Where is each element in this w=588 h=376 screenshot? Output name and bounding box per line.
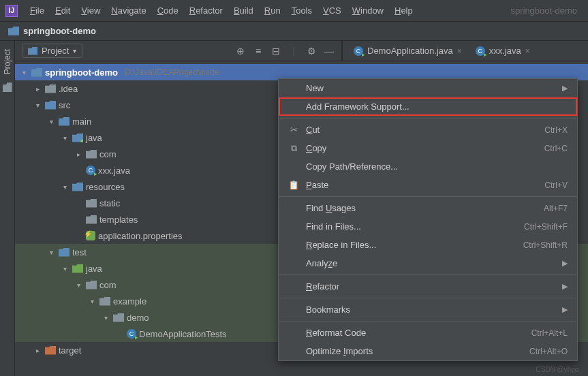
select-opened-file-icon[interactable]: ⊕ xyxy=(235,46,246,57)
chevron-icon[interactable] xyxy=(87,298,97,305)
chevron-down-icon[interactable] xyxy=(19,69,29,76)
editor-tab[interactable]: Cxxx.java× xyxy=(470,43,536,59)
folder-icon xyxy=(86,281,97,289)
side-tab-project[interactable]: Project xyxy=(3,49,12,74)
chevron-icon[interactable] xyxy=(46,249,56,256)
folder-icon xyxy=(59,117,69,126)
shortcut: Alt+F7 xyxy=(544,204,568,213)
app-icon: IJ xyxy=(5,5,18,17)
menu-refactor[interactable]: Refactor xyxy=(184,3,228,18)
menu-edit[interactable]: Edit xyxy=(50,3,76,18)
ctx-label: Copy xyxy=(306,143,538,153)
ctx-paste[interactable]: 📋PasteCtrl+V xyxy=(279,176,577,194)
breadcrumb-project[interactable]: springboot-demo xyxy=(23,26,96,36)
hide-icon[interactable]: — xyxy=(324,46,335,57)
folder-icon xyxy=(86,150,97,159)
menu-tools[interactable]: Tools xyxy=(286,3,318,18)
ctx-label: Add Framework Support... xyxy=(306,101,568,112)
folder-icon xyxy=(28,47,37,55)
tree-label: demo xyxy=(127,313,149,323)
chevron-icon[interactable] xyxy=(33,101,42,109)
shortcut: Ctrl+C xyxy=(544,144,568,153)
close-icon[interactable]: × xyxy=(525,46,530,56)
menubar: IJ FileEditViewNavigateCodeRefactorBuild… xyxy=(0,0,588,22)
separator xyxy=(279,118,577,119)
menu-window[interactable]: Window xyxy=(347,3,389,18)
menu-run[interactable]: Run xyxy=(259,3,286,18)
chevron-icon[interactable] xyxy=(60,134,69,142)
test-folder-icon xyxy=(72,264,83,273)
separator xyxy=(279,321,577,322)
shortcut: Ctrl+Alt+O xyxy=(529,347,568,356)
folder-icon xyxy=(45,84,56,93)
ctx-label: Copy Path/Reference... xyxy=(306,161,568,172)
tool-window-stripe[interactable]: Project xyxy=(0,41,15,376)
chevron-right-icon: ▶ xyxy=(562,259,568,268)
ctx-add-framework-support-[interactable]: Add Framework Support... xyxy=(279,97,577,116)
project-view-selector[interactable]: Project ▾ xyxy=(22,44,82,58)
chevron-icon[interactable] xyxy=(74,281,83,289)
chevron-icon[interactable] xyxy=(33,85,42,93)
expand-all-icon[interactable]: ≡ xyxy=(253,46,264,57)
breadcrumb: springboot-demo xyxy=(0,22,588,41)
folder-icon xyxy=(8,27,19,35)
separator xyxy=(279,275,577,275)
chevron-icon[interactable] xyxy=(101,314,110,322)
java-class-icon: C xyxy=(354,46,363,56)
chevron-icon[interactable] xyxy=(60,265,69,272)
ctx-label: Find in Files... xyxy=(306,221,517,232)
ctx-label: Refactor xyxy=(306,281,555,292)
folder-icon xyxy=(99,297,110,306)
ctx-refactor[interactable]: Refactor▶ xyxy=(279,277,577,296)
module-icon xyxy=(31,68,42,77)
menu-vcs[interactable]: VCS xyxy=(318,3,347,18)
ctx-label: Cut xyxy=(306,125,538,135)
ctx-optimize-imports[interactable]: Optimize ImportsCtrl+Alt+O xyxy=(279,342,577,360)
folder-icon xyxy=(59,248,69,257)
close-icon[interactable]: × xyxy=(457,46,462,56)
gear-icon[interactable]: ⚙ xyxy=(306,46,317,57)
collapse-all-icon[interactable]: ⊟ xyxy=(270,46,281,57)
editor-tab[interactable]: CDemoApplication.java× xyxy=(348,43,467,59)
ctx-replace-in-files-[interactable]: Replace in Files...Ctrl+Shift+R xyxy=(279,236,577,254)
chevron-down-icon: ▾ xyxy=(73,47,76,54)
ctx-new[interactable]: New▶ xyxy=(279,79,577,97)
ctx-copy-path-reference-[interactable]: Copy Path/Reference... xyxy=(279,157,577,176)
folder-icon[interactable] xyxy=(3,82,12,92)
shortcut: Ctrl+Shift+F xyxy=(524,222,568,232)
ctx-analyze[interactable]: Analyze▶ xyxy=(279,254,577,272)
ctx-reformat-code[interactable]: Reformat CodeCtrl+Alt+L xyxy=(279,324,577,342)
ctx-label: New xyxy=(306,83,555,93)
context-menu: New▶Add Framework Support...✂CutCtrl+X⧉C… xyxy=(278,78,578,361)
shortcut: Ctrl+X xyxy=(544,125,568,135)
menu-navigate[interactable]: Navigate xyxy=(106,3,151,18)
ctx-find-in-files-[interactable]: Find in Files...Ctrl+Shift+F xyxy=(279,217,577,236)
chevron-icon[interactable] xyxy=(60,183,69,191)
ctx-copy[interactable]: ⧉CopyCtrl+C xyxy=(279,139,577,157)
tree-label: java xyxy=(86,264,102,274)
chevron-icon[interactable] xyxy=(33,347,42,354)
menu-help[interactable]: Help xyxy=(389,3,418,18)
tree-label: src xyxy=(59,100,70,110)
paste-icon: 📋 xyxy=(288,180,299,190)
properties-file-icon xyxy=(86,231,95,240)
tree-label: com xyxy=(99,149,117,159)
source-folder-icon xyxy=(72,134,83,142)
ctx-cut[interactable]: ✂CutCtrl+X xyxy=(279,121,577,139)
menu-build[interactable]: Build xyxy=(228,3,259,18)
ctx-find-usages[interactable]: Find UsagesAlt+F7 xyxy=(279,199,577,217)
chevron-icon[interactable] xyxy=(46,118,56,125)
menu-code[interactable]: Code xyxy=(152,3,184,18)
tree-label: static xyxy=(99,198,120,208)
tree-label: DemoApplicationTests xyxy=(139,329,227,339)
tree-label: application.properties xyxy=(98,231,183,241)
chevron-icon[interactable] xyxy=(74,151,83,158)
menu-file[interactable]: File xyxy=(25,3,50,18)
tree-label: main xyxy=(72,116,91,127)
menu-view[interactable]: View xyxy=(76,3,106,18)
editor-tabs: CDemoApplication.java×Cxxx.java× xyxy=(342,41,588,61)
shortcut: Ctrl+Shift+R xyxy=(523,240,568,250)
ctx-label: Find Usages xyxy=(306,203,537,213)
ctx-bookmarks[interactable]: Bookmarks▶ xyxy=(279,300,577,319)
tree-label: .idea xyxy=(59,84,78,94)
